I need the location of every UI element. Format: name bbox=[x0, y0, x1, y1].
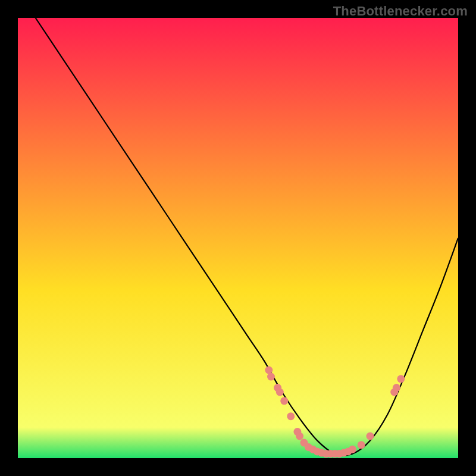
attribution-label: TheBottlenecker.com bbox=[333, 4, 468, 19]
data-point bbox=[367, 433, 374, 440]
data-point bbox=[276, 389, 284, 396]
chart-svg bbox=[18, 18, 458, 458]
data-point bbox=[265, 367, 273, 374]
data-point bbox=[287, 412, 295, 420]
plot-area bbox=[18, 18, 458, 458]
data-point bbox=[296, 433, 303, 440]
chart-frame: TheBottlenecker.com bbox=[0, 0, 476, 476]
data-point bbox=[397, 375, 405, 383]
data-point bbox=[358, 441, 365, 449]
data-point bbox=[349, 446, 356, 453]
data-point bbox=[280, 397, 288, 405]
data-point bbox=[267, 373, 275, 381]
data-point bbox=[393, 384, 400, 392]
